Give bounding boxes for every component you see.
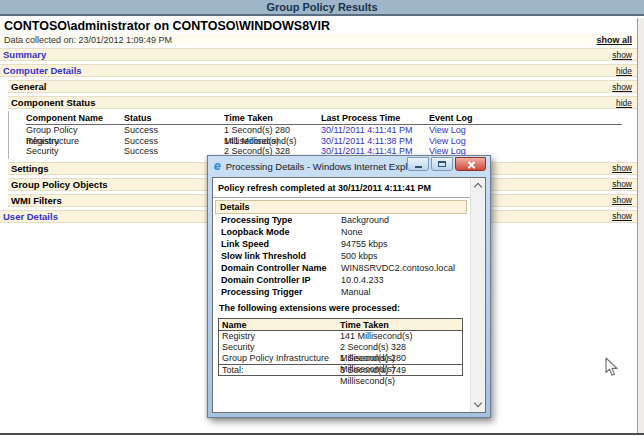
minimize-icon <box>415 166 422 168</box>
detail-value: 94755 kbps <box>341 238 388 250</box>
extensions-header-row: Name Time Taken <box>219 319 462 331</box>
window-title-bar: Group Policy Results <box>0 0 644 16</box>
cell-component-name: Registry <box>26 136 124 147</box>
detail-row-domain-controller-name: Domain Controller Name WIN8SRVDC2.contos… <box>213 262 485 274</box>
detail-label: Link Speed <box>221 238 341 250</box>
section-label-computer-details[interactable]: Computer Details <box>3 65 82 76</box>
popup-content: Policy refresh completed at 30/11/2011 4… <box>212 177 486 413</box>
table-row-total: Total: 3 Second(s) 749 Millisecond(s) <box>219 364 462 375</box>
table-row: Security 2 Second(s) 328 Millisecond(s) <box>219 342 462 353</box>
section-label-wmi-filters: WMI Filters <box>11 195 62 206</box>
extensions-table: Name Time Taken Registry 141 Millisecond… <box>218 318 463 376</box>
section-toggle-group-policy-objects[interactable]: show <box>612 179 632 189</box>
detail-label: Domain Controller IP <box>221 274 341 286</box>
table-row: Registry 141 Millisecond(s) <box>219 331 462 342</box>
detail-row-processing-type: Processing Type Background <box>213 214 485 226</box>
detail-label: Slow link Threshold <box>221 250 341 262</box>
section-label-general: General <box>11 81 46 92</box>
cell-extension-name: Group Policy Infrastructure <box>219 353 340 364</box>
cell-extension-time: 1 Second(s) 280 Millisecond(s) <box>340 353 462 364</box>
cell-extension-name: Registry <box>219 331 340 342</box>
scroll-up-icon[interactable] <box>474 183 482 191</box>
data-collected-row: Data collected on: 23/01/2012 1:09:49 PM… <box>0 34 637 45</box>
cell-status: Success <box>124 136 224 147</box>
cell-extension-time: 2 Second(s) 328 Millisecond(s) <box>340 342 462 353</box>
section-label-settings: Settings <box>11 163 48 174</box>
section-toggle-wmi-filters[interactable]: show <box>612 195 632 205</box>
section-label-component-status: Component Status <box>11 97 95 108</box>
details-section-header: Details <box>215 200 467 214</box>
section-toggle-settings[interactable]: show <box>612 163 632 173</box>
show-all-link[interactable]: show all <box>596 35 632 45</box>
processing-details-dialog: e Processing Details - Windows Internet … <box>207 155 491 418</box>
close-button[interactable] <box>455 157 486 171</box>
page-title: Group Policy Results <box>266 1 377 13</box>
component-status-header-row: Component Name Status Time Taken Last Pr… <box>26 113 622 125</box>
cell-total-time: 3 Second(s) 749 Millisecond(s) <box>340 365 462 375</box>
section-band-computer-details: Computer Details hide <box>0 64 637 77</box>
detail-value: Background <box>341 214 389 226</box>
section-label-group-policy-objects: Group Policy Objects <box>11 179 108 190</box>
detail-label: Loopback Mode <box>221 226 341 238</box>
detail-row-slow-link-threshold: Slow link Threshold 500 kbps <box>213 250 485 262</box>
minimize-button[interactable] <box>407 157 429 171</box>
data-collected-label: Data collected on: 23/01/2012 1:09:49 PM <box>4 35 172 45</box>
scroll-down-icon[interactable] <box>474 399 482 407</box>
detail-value: Manual <box>341 286 371 298</box>
col-header-component-name: Component Name <box>26 113 124 124</box>
section-toggle-component-status[interactable]: hide <box>616 98 632 108</box>
detail-value: 500 kbps <box>341 250 378 262</box>
col-header-time-taken: Time Taken <box>224 113 321 124</box>
cell-time-taken: 141 Millisecond(s) <box>224 136 321 147</box>
extensions-note: The following extensions were processed: <box>213 303 485 313</box>
col-header-time-taken: Time Taken <box>340 319 462 330</box>
window-bottom-edge <box>0 433 644 435</box>
col-header-name: Name <box>219 319 340 330</box>
detail-row-domain-controller-ip: Domain Controller IP 10.0.4.233 <box>213 274 485 286</box>
section-band-general: General show <box>8 80 637 93</box>
cell-extension-name: Security <box>219 342 340 353</box>
popup-scrollbar[interactable] <box>470 178 485 412</box>
policy-refresh-status: Policy refresh completed at 30/11/2011 4… <box>213 178 485 198</box>
col-header-status: Status <box>124 113 224 124</box>
section-band-summary: Summary show <box>0 48 637 61</box>
popup-title: Processing Details - Windows Internet Ex… <box>226 161 407 172</box>
col-header-last-process-time: Last Process Time <box>321 113 429 124</box>
section-toggle-user-details[interactable]: show <box>612 211 632 221</box>
table-row: Group Policy Infrastructure 1 Second(s) … <box>219 353 462 364</box>
section-label-summary[interactable]: Summary <box>3 49 46 60</box>
view-log-link[interactable]: View Log <box>429 136 622 147</box>
detail-label: Domain Controller Name <box>221 262 341 274</box>
table-row: Group Policy Infrastructure Success 1 Se… <box>26 125 622 136</box>
section-toggle-general[interactable]: show <box>612 82 632 92</box>
maximize-button[interactable] <box>431 157 453 171</box>
cell-total-label: Total: <box>219 365 340 375</box>
cell-extension-time: 141 Millisecond(s) <box>340 331 462 342</box>
section-band-component-status: Component Status hide <box>8 96 637 109</box>
last-process-time-link[interactable]: 30/11/2011 4:11:38 PM <box>321 136 429 147</box>
detail-label: Processing Trigger <box>221 286 341 298</box>
table-row: Registry Success 141 Millisecond(s) 30/1… <box>26 136 622 147</box>
report-heading: CONTOSO\administrator on CONTOSO\WINDOWS… <box>4 20 637 32</box>
section-toggle-computer-details[interactable]: hide <box>616 66 632 76</box>
col-header-event-log: Event Log <box>429 113 622 124</box>
popup-title-bar[interactable]: e Processing Details - Windows Internet … <box>208 156 490 176</box>
detail-value: None <box>341 226 363 238</box>
detail-label: Processing Type <box>221 214 341 226</box>
component-status-panel: Component Name Status Time Taken Last Pr… <box>8 111 637 159</box>
window-right-edge <box>638 18 644 433</box>
detail-row-processing-trigger: Processing Trigger Manual <box>213 286 485 298</box>
section-toggle-summary[interactable]: show <box>612 50 632 60</box>
group-policy-results-window: Group Policy Results CONTOSO\administrat… <box>0 0 644 440</box>
maximize-icon <box>438 161 446 167</box>
window-controls <box>407 157 486 171</box>
detail-row-loopback-mode: Loopback Mode None <box>213 226 485 238</box>
detail-value: WIN8SRVDC2.contoso.local <box>341 262 455 274</box>
detail-value: 10.0.4.233 <box>341 274 384 286</box>
internet-explorer-icon: e <box>214 160 221 172</box>
detail-row-link-speed: Link Speed 94755 kbps <box>213 238 485 250</box>
section-label-user-details[interactable]: User Details <box>3 211 58 222</box>
